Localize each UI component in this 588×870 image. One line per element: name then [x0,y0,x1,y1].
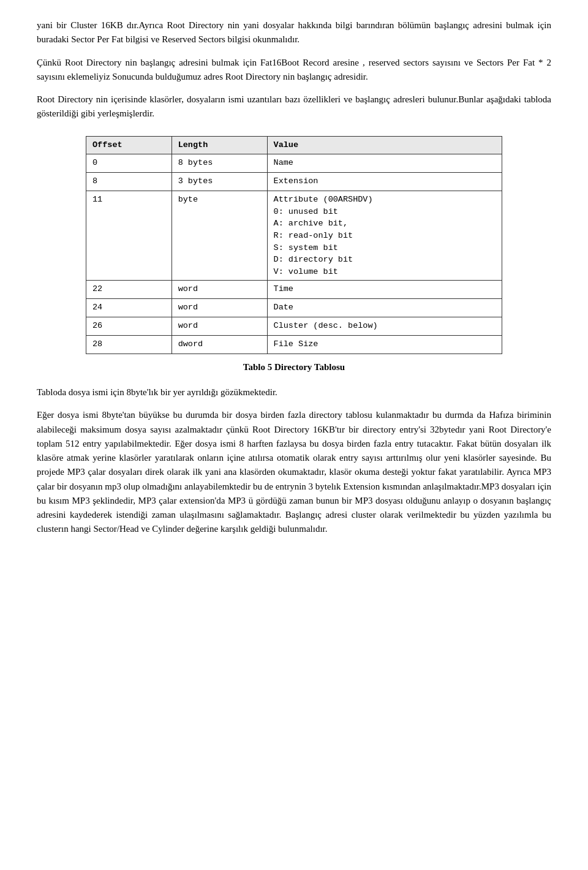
cell-value: Name [267,154,502,173]
main-content: yani bir Cluster 16KB dır.Ayrıca Root Di… [37,18,551,537]
directory-table: Offset Length Value 0 8 bytes Name 8 3 b… [86,136,502,354]
cell-length: word [172,299,267,317]
cell-value: Time [267,281,502,299]
cell-length: 3 bytes [172,173,267,191]
cell-length: dword [172,335,267,354]
cell-offset: 28 [86,335,172,354]
cell-offset: 8 [86,173,172,191]
cell-length: word [172,317,267,336]
paragraph-4: Tabloda dosya ismi için 8byte'lık bir ye… [37,385,551,399]
paragraph-1: yani bir Cluster 16KB dır.Ayrıca Root Di… [37,18,551,47]
table-row: 26 word Cluster (desc. below) [86,317,502,336]
table-row: 28 dword File Size [86,335,502,354]
cell-offset: 26 [86,317,172,336]
paragraph-3-text: Root Directory nin içerisinde klasörler,… [37,94,551,118]
col-value: Value [267,136,502,154]
table-row: 24 word Date [86,299,502,317]
cell-offset: 0 [86,154,172,173]
table-row: 8 3 bytes Extension [86,173,502,191]
col-offset: Offset [86,136,172,154]
table-header-row: Offset Length Value [86,136,502,154]
cell-length: byte [172,191,267,281]
cell-value: Extension [267,173,502,191]
table-caption: Tablo 5 Directory Tablosu [86,360,502,374]
table-row: 11 byte Attribute (00ARSHDV) 0: unused b… [86,191,502,281]
cell-length: word [172,281,267,299]
paragraph-3: Root Directory nin içerisinde klasörler,… [37,93,551,121]
cell-value: File Size [267,335,502,354]
paragraph-1-text: yani bir Cluster 16KB dır.Ayrıca Root Di… [37,20,551,44]
cell-length: 8 bytes [172,154,267,173]
paragraph-4-text: Tabloda dosya ismi için 8byte'lık bir ye… [37,387,277,397]
paragraph-5-text: Eğer dosya ismi 8byte'tan büyükse bu dur… [37,410,551,534]
cell-offset: 22 [86,281,172,299]
col-length: Length [172,136,267,154]
cell-offset: 24 [86,299,172,317]
paragraph-2-text: Çünkü Root Directory nin başlangıç adres… [37,58,551,81]
table-row: 22 word Time [86,281,502,299]
cell-value: Date [267,299,502,317]
cell-value: Cluster (desc. below) [267,317,502,336]
paragraph-5: Eğer dosya ismi 8byte'tan büyükse bu dur… [37,408,551,536]
cell-value: Attribute (00ARSHDV) 0: unused bit A: ar… [267,191,502,281]
paragraph-2: Çünkü Root Directory nin başlangıç adres… [37,56,551,85]
table-row: 0 8 bytes Name [86,154,502,173]
cell-offset: 11 [86,191,172,281]
directory-table-container: Offset Length Value 0 8 bytes Name 8 3 b… [86,136,502,375]
